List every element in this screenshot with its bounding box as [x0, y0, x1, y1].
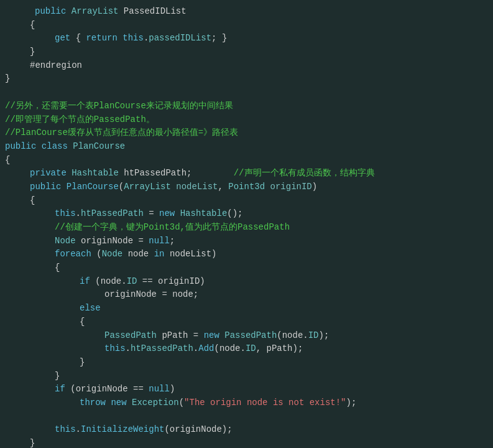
code-line-9: //即管理了每个节点的PassedPath。: [0, 113, 493, 127]
code-line-26: this.htPassedPath.Add(node.ID, pPath);: [0, 342, 493, 356]
code-line-21: if (node.ID == originID): [0, 275, 493, 289]
code-line-12: {: [0, 154, 493, 167]
code-line-32: this.InitializeWeight(originNode);: [0, 423, 493, 437]
code-line-29: if (originNode == null): [0, 383, 493, 396]
code-line-27: }: [0, 356, 493, 370]
code-line-19: foreach (Node node in nodeList): [0, 248, 493, 261]
code-line-23: else: [0, 302, 493, 315]
code-line-16: this.htPassedPath = new Hashtable();: [0, 207, 493, 221]
code-line-25: PassedPath pPath = new PassedPath(node.I…: [0, 329, 493, 343]
code-line-1: public ArrayList PassedIDList: [0, 5, 493, 19]
code-line-6: }: [0, 72, 493, 86]
code-line-5: #endregion: [0, 59, 493, 73]
code-line-3: get { return this.passedIDList; }: [0, 32, 493, 45]
code-line-10: //PlanCourse缓存从节点到任意点的最小路径值=》路径表: [0, 126, 493, 140]
code-line-31: [0, 410, 493, 424]
code-line-13: private Hashtable htPassedPath; //声明一个私有…: [0, 167, 493, 180]
code-line-2: {: [0, 19, 493, 32]
code-line-28: }: [0, 370, 493, 383]
code-line-20: {: [0, 261, 493, 275]
code-line-7: [0, 86, 493, 100]
code-line-11: public class PlanCourse: [0, 140, 493, 154]
code-line-8: //另外，还需要一个表PlanCourse来记录规划的中间结果: [0, 100, 493, 113]
code-editor: public ArrayList PassedIDList { get { re…: [0, 0, 493, 448]
code-line-18: Node originNode = null;: [0, 235, 493, 248]
code-line-30: throw new Exception("The origin node is …: [0, 396, 493, 410]
code-line-22: originNode = node;: [0, 288, 493, 302]
code-line-24: {: [0, 315, 493, 329]
code-line-33: }: [0, 437, 493, 448]
code-line-14: public PlanCourse(ArrayList nodeList, Po…: [0, 180, 493, 194]
code-line-4: }: [0, 45, 493, 59]
code-line-17: //创建一个字典，键为Point3d,值为此节点的PassedPath: [0, 221, 493, 235]
code-line-15: {: [0, 194, 493, 208]
